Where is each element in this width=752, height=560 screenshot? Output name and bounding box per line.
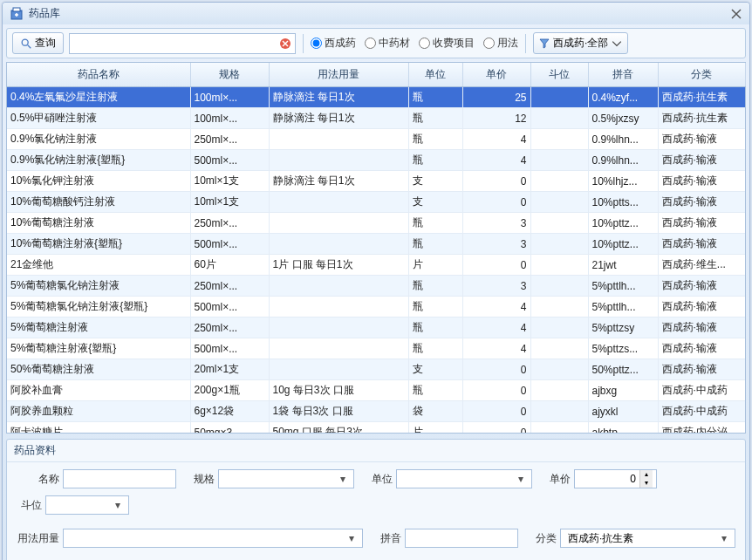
table-row[interactable]: 0.5%甲硝唑注射液100ml×...静脉滴注 每日1次瓶120.5%jxzsy…: [7, 108, 745, 129]
lbl-slot: 斗位: [16, 498, 42, 513]
col-pinyin[interactable]: 拼音: [588, 63, 658, 87]
field-category[interactable]: ▾: [560, 529, 735, 548]
spin-up[interactable]: ▴: [640, 470, 653, 479]
chevron-down-icon: [612, 38, 622, 49]
svg-rect-1: [13, 8, 20, 11]
drug-grid: 药品名称 规格 用法用量 单位 单价 斗位 拼音 分类 0.4%左氧氟沙星注射液…: [6, 62, 746, 434]
search-icon: [20, 38, 32, 50]
table-row[interactable]: 10%葡萄糖注射液{塑瓶}500ml×...瓶310%pttz...西成药·输液: [7, 234, 745, 255]
col-spec[interactable]: 规格: [190, 63, 269, 87]
window-close-button[interactable]: [730, 8, 742, 20]
spin-down[interactable]: ▾: [640, 479, 653, 488]
col-name[interactable]: 药品名称: [7, 63, 190, 87]
window-title: 药品库: [29, 6, 730, 21]
table-row[interactable]: 0.4%左氧氟沙星注射液100ml×...静脉滴注 每日1次瓶250.4%zyf…: [7, 87, 745, 108]
type-radio-group: 西成药 中药材 收费项目 用法: [311, 36, 518, 51]
clear-icon[interactable]: [278, 37, 292, 51]
search-button-label: 查询: [35, 36, 56, 51]
lbl-price: 单价: [544, 472, 571, 487]
search-button[interactable]: 查询: [12, 32, 64, 54]
field-pinyin[interactable]: [405, 529, 518, 548]
app-icon: [10, 7, 24, 21]
lbl-pinyin: 拼音: [375, 531, 401, 546]
chevron-down-icon[interactable]: ▾: [336, 473, 350, 485]
radio-usage[interactable]: 用法: [483, 36, 518, 51]
divider: [525, 34, 526, 53]
lbl-name: 名称: [16, 472, 59, 487]
chevron-down-icon[interactable]: ▾: [111, 499, 125, 511]
table-row[interactable]: 5%葡萄糖注射液{塑瓶}500ml×...瓶45%pttzs...西成药·输液: [7, 338, 745, 359]
radio-fee[interactable]: 收费项目: [419, 36, 475, 51]
table-row[interactable]: 10%葡萄糖酸钙注射液10ml×1支支010%ptts...西成药·输液: [7, 192, 745, 213]
divider: [303, 34, 304, 53]
funnel-icon: [539, 38, 550, 49]
radio-usage-label: 用法: [497, 36, 518, 51]
svg-point-6: [22, 39, 28, 45]
col-usage[interactable]: 用法用量: [269, 63, 408, 87]
table-row[interactable]: 阿胶养血颗粒6g×12袋1袋 每日3次 口服袋0ajyxkl西成药·中成药: [7, 401, 745, 422]
table-row[interactable]: 5%葡萄糖注射液250ml×...瓶45%pttzsy西成药·输液: [7, 318, 745, 338]
filter-dropdown[interactable]: 西成药·全部: [533, 32, 628, 54]
field-slot[interactable]: ▾: [45, 495, 129, 515]
lbl-usage: 用法用量: [16, 531, 59, 546]
table-row[interactable]: 10%氯化钾注射液10ml×1支静脉滴注 每日1次支010%lhjz...西成药…: [7, 171, 745, 192]
field-usage[interactable]: ▾: [63, 529, 363, 548]
field-spec[interactable]: ▾: [218, 469, 354, 488]
lbl-unit: 单位: [366, 472, 393, 487]
table-row[interactable]: 50%葡萄糖注射液20ml×1支支050%pttz...西成药·输液: [7, 359, 745, 380]
radio-western[interactable]: 西成药: [311, 36, 356, 51]
radio-western-label: 西成药: [325, 36, 356, 51]
toolbar: 查询 西成药 中药材 收费项目 用法 西成药·全部: [6, 28, 746, 58]
grid-header-row: 药品名称 规格 用法用量 单位 单价 斗位 拼音 分类: [7, 63, 745, 87]
table-row[interactable]: 10%葡萄糖注射液250ml×...瓶310%pttz...西成药·输液: [7, 213, 745, 234]
lbl-spec: 规格: [188, 472, 215, 487]
bottom-bar: 快捷输入： mggml×片粒支 快捷输入： 包袋盒瓶个枚每日3次口服 添加 保存…: [7, 555, 745, 560]
field-unit[interactable]: ▾: [396, 469, 532, 488]
lbl-category: 分类: [530, 531, 557, 546]
detail-form: 名称 规格 ▾ 单位 ▾ 单价 ▴▾ 斗位 ▾ 用法用量 ▾ 拼音 分类 ▾: [7, 462, 745, 555]
table-row[interactable]: 阿卡波糖片50mg×3...50mg 口服 每日3次片0akbtp西成药·内分泌: [7, 422, 745, 434]
svg-line-7: [28, 44, 31, 48]
titlebar: 药品库: [3, 3, 749, 24]
chevron-down-icon[interactable]: ▾: [345, 532, 359, 544]
search-input-wrap: [69, 33, 296, 54]
detail-panel: 药品资料 名称 规格 ▾ 单位 ▾ 单价 ▴▾ 斗位 ▾ 用法用量 ▾ 拼音 分…: [6, 439, 746, 560]
radio-herbal-label: 中药材: [379, 36, 410, 51]
table-row[interactable]: 21金维他60片1片 口服 每日1次片021jwt西成药·维生...: [7, 255, 745, 276]
table-row[interactable]: 0.9%氯化钠注射液250ml×...瓶40.9%lhn...西成药·输液: [7, 129, 745, 150]
field-name[interactable]: [63, 469, 176, 488]
col-price[interactable]: 单价: [462, 63, 530, 87]
radio-fee-label: 收费项目: [433, 36, 475, 51]
field-price[interactable]: ▴▾: [574, 469, 657, 488]
table-row[interactable]: 5%葡萄糖氯化钠注射液{塑瓶}500ml×...瓶45%pttlh...西成药·…: [7, 297, 745, 318]
table-row[interactable]: 阿胶补血膏200g×1瓶10g 每日3次 口服瓶0ajbxg西成药·中成药: [7, 380, 745, 401]
col-category[interactable]: 分类: [658, 63, 745, 87]
table-row[interactable]: 5%葡萄糖氯化钠注射液250ml×...瓶35%pttlh...西成药·输液: [7, 276, 745, 297]
radio-herbal[interactable]: 中药材: [365, 36, 410, 51]
table-row[interactable]: 0.9%氯化钠注射液{塑瓶}500ml×...瓶40.9%lhn...西成药·输…: [7, 150, 745, 171]
col-slot[interactable]: 斗位: [530, 63, 588, 87]
search-input[interactable]: [69, 33, 296, 54]
filter-label: 西成药·全部: [553, 36, 608, 51]
col-unit[interactable]: 单位: [408, 63, 462, 87]
chevron-down-icon[interactable]: ▾: [717, 532, 731, 544]
detail-title: 药品资料: [7, 440, 745, 462]
app-window: 药品库 查询 西成药 中药材 收费项目 用法 西成药·全部: [2, 2, 750, 560]
chevron-down-icon[interactable]: ▾: [514, 473, 528, 485]
grid-scroll[interactable]: 0.4%左氧氟沙星注射液100ml×...静脉滴注 每日1次瓶250.4%zyf…: [7, 87, 745, 433]
